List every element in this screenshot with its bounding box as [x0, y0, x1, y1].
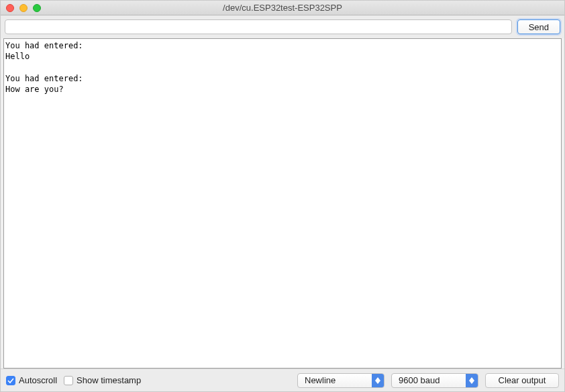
serial-monitor-window: /dev/cu.ESP32test-ESP32SPP Send You had … [0, 0, 565, 392]
window-title: /dev/cu.ESP32test-ESP32SPP [1, 3, 564, 13]
minimize-icon[interactable] [19, 4, 28, 12]
timestamp-checkbox[interactable]: Show timestamp [64, 375, 141, 385]
clear-output-button[interactable]: Clear output [485, 373, 559, 388]
serial-input[interactable] [5, 19, 512, 34]
traffic-lights [6, 4, 41, 12]
chevron-up-down-icon [372, 374, 384, 387]
autoscroll-checkbox[interactable]: Autoscroll [6, 375, 57, 385]
send-toolbar: Send [1, 15, 564, 38]
baud-rate-select[interactable]: 9600 baud [391, 373, 478, 388]
send-button[interactable]: Send [517, 19, 560, 34]
maximize-icon[interactable] [33, 4, 41, 12]
close-icon[interactable] [6, 4, 14, 12]
line-ending-value: Newline [305, 375, 336, 385]
checkbox-icon [64, 376, 73, 385]
checkbox-icon [6, 376, 15, 385]
timestamp-label: Show timestamp [76, 375, 141, 385]
line-ending-select[interactable]: Newline [297, 373, 384, 388]
baud-rate-value: 9600 baud [399, 375, 440, 385]
titlebar: /dev/cu.ESP32test-ESP32SPP [1, 1, 564, 15]
chevron-up-down-icon [466, 374, 478, 387]
bottom-toolbar: Autoscroll Show timestamp Newline 9600 b… [1, 369, 564, 391]
autoscroll-label: Autoscroll [19, 375, 57, 385]
serial-output[interactable]: You had entered: Hello You had entered: … [3, 38, 562, 369]
